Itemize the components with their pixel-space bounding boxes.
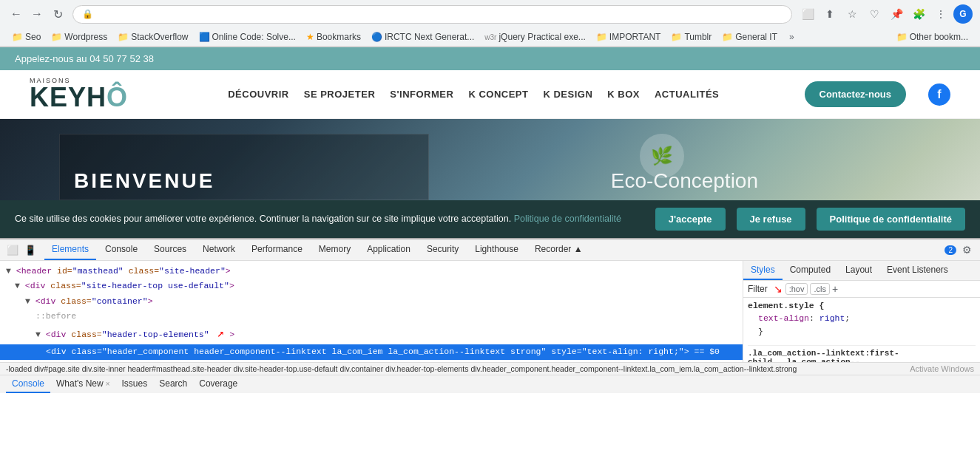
site-header: MAISONS KEYHÔ DÉCOUVRIR SE PROJETER S'IN… (0, 70, 980, 119)
cookie-refuse-button[interactable]: Je refuse (737, 208, 805, 231)
tab-network[interactable]: Network (195, 239, 243, 260)
activate-windows-text: Activate Windows (910, 364, 974, 373)
bookmark-bookmarks[interactable]: ★ Bookmarks (302, 30, 365, 44)
console-tab-search[interactable]: Search (153, 375, 193, 393)
nav-k-concept[interactable]: K CONCEPT (468, 89, 528, 100)
bookmark-general-it[interactable]: 📁 General IT (717, 30, 782, 44)
devtools-inspect-icon[interactable]: ⬜ (6, 243, 19, 256)
tab-security[interactable]: Security (419, 239, 466, 260)
styles-tab-event-listeners[interactable]: Event Listeners (879, 261, 956, 280)
cookie-accept-button[interactable]: J'accepte (655, 208, 726, 231)
nav-k-box[interactable]: K BOX (607, 89, 640, 100)
styles-selector-2: .la_com_action--linktext:first-child, .l… (748, 349, 976, 362)
styles-rule-linktext: .la_com_action--linktext:first-child, .l… (748, 349, 976, 362)
bookmark-online-code[interactable]: 🟦 Online Code: Solve... (195, 30, 300, 44)
site-hero: 🌿 BIENVENUE Eco-Conception (0, 119, 980, 200)
topbar-text: Appelez-nous au 04 50 77 52 38 (15, 53, 154, 64)
website-area: Appelez-nous au 04 50 77 52 38 MAISONS K… (0, 47, 980, 238)
star-icon: ★ (306, 32, 314, 42)
extension-icon[interactable]: 🧩 (909, 4, 928, 24)
profile-avatar[interactable]: G (953, 4, 973, 24)
cls-filter[interactable]: .cls (810, 283, 830, 295)
heart-icon[interactable]: ♡ (865, 4, 884, 24)
styles-tab-layout[interactable]: Layout (838, 261, 879, 280)
jquery-icon: w3r (484, 33, 496, 41)
forward-button[interactable]: → (28, 5, 46, 23)
devtools-tabs: ⬜ 📱 Elements Console Sources Network Per… (0, 239, 980, 261)
folder-icon: 📁 (12, 32, 23, 42)
bookmark-jquery[interactable]: w3r jQuery Practical exe... (480, 30, 590, 44)
devtools-settings-button[interactable]: ⚙ (959, 242, 974, 257)
dom-line[interactable]: ▼ <header id="masthead" class="site-head… (0, 264, 743, 279)
tab-sources[interactable]: Sources (146, 239, 194, 260)
devtools-breadcrumb: -loaded div#page.site div.site-inner hea… (0, 362, 980, 375)
back-button[interactable]: ← (7, 5, 25, 23)
dom-line[interactable]: ▼ <div class="container"> (0, 294, 743, 309)
styles-filter-right: :hov .cls + (785, 283, 838, 295)
dom-line-selected[interactable]: <div class="header_component header_comp… (0, 344, 743, 359)
bookmark-stackoverflow[interactable]: 📁 StackOverflow (113, 30, 192, 44)
styles-tab-styles[interactable]: Styles (743, 261, 783, 280)
online-code-icon: 🟦 (199, 32, 210, 42)
share-icon[interactable]: ⬆ (820, 4, 839, 24)
cookie-bar: Ce site utilise des cookies pour amélior… (0, 200, 980, 238)
bookmark-wordpress[interactable]: 📁 Wordpress (47, 30, 112, 44)
bookmark-other[interactable]: 📁 Other bookm... (892, 30, 973, 44)
cookie-text: Ce site utilise des cookies pour amélior… (15, 213, 644, 226)
add-filter-button[interactable]: + (832, 283, 838, 295)
styles-tab-computed[interactable]: Computed (783, 261, 838, 280)
nav-decouvrir[interactable]: DÉCOUVRIR (228, 89, 289, 100)
folder-icon: 📁 (722, 32, 733, 42)
styles-rule-element: element.style { text-align: right; } (748, 301, 976, 339)
tab-console[interactable]: Console (98, 239, 145, 260)
hov-filter[interactable]: :hov (785, 283, 808, 295)
bookmark-star-icon[interactable]: ☆ (842, 4, 862, 24)
dom-line[interactable]: ::before (0, 309, 743, 324)
styles-content: element.style { text-align: right; } .la… (743, 298, 980, 362)
hero-bienvenue-text: BIENVENUE (74, 169, 214, 193)
bookmarks-bar: 📁 Seo 📁 Wordpress 📁 StackOverflow 🟦 Onli… (0, 28, 980, 47)
tab-performance[interactable]: Performance (244, 239, 310, 260)
bookmark-tumblr[interactable]: 📁 Tumblr (666, 30, 716, 44)
nav-se-projeter[interactable]: SE PROJETER (304, 89, 376, 100)
close-icon[interactable]: × (106, 380, 110, 388)
console-tab-coverage[interactable]: Coverage (193, 375, 243, 393)
browser-toolbar: ← → ↻ 🔒 maisons-keyho.com ⬜ ⬆ ☆ ♡ 📌 🧩 ⋮ … (0, 0, 980, 28)
tab-application[interactable]: Application (359, 239, 418, 260)
nav-sinformer[interactable]: S'INFORMER (390, 89, 453, 100)
address-bar[interactable]: 🔒 maisons-keyho.com (72, 5, 792, 24)
devtools-badge: 2 (944, 245, 956, 255)
folder-icon: 📁 (896, 32, 908, 42)
dom-line[interactable]: ▼ <div class="site-header-top use-defaul… (0, 279, 743, 293)
pin-icon[interactable]: 📌 (887, 4, 906, 24)
console-tab-whats-new[interactable]: What's New × (50, 375, 115, 393)
reload-button[interactable]: ↻ (49, 5, 67, 23)
nav-k-design[interactable]: K DESIGN (543, 89, 592, 100)
screen-share-icon[interactable]: ⬜ (798, 4, 817, 24)
folder-icon: 📁 (596, 32, 607, 42)
contact-button[interactable]: Contactez-nous (805, 81, 907, 107)
tab-memory[interactable]: Memory (311, 239, 358, 260)
tab-recorder[interactable]: Recorder ▲ (527, 239, 590, 260)
dom-line[interactable]: ▼ <div class="header-top-elements" ↗ > (0, 324, 743, 345)
tab-lighthouse[interactable]: Lighthouse (467, 239, 526, 260)
nav-actualites[interactable]: ACTUALITÉS (655, 89, 719, 100)
devtools: ⬜ 📱 Elements Console Sources Network Per… (0, 238, 980, 393)
console-tab-console[interactable]: Console (6, 375, 50, 393)
tab-elements[interactable]: Elements (44, 239, 96, 260)
red-arrow-1: ↗ (217, 327, 225, 341)
irctc-icon: 🔵 (371, 32, 382, 42)
bookmark-seo[interactable]: 📁 Seo (7, 30, 45, 44)
devtools-device-icon[interactable]: 📱 (24, 243, 37, 256)
bookmarks-more-button[interactable]: » (785, 30, 799, 44)
menu-icon[interactable]: ⋮ (931, 4, 950, 24)
cookie-policy-link[interactable]: Politique de confidentialité (514, 214, 621, 224)
bookmark-important[interactable]: 📁 IMPORTANT (592, 30, 666, 44)
facebook-icon[interactable]: f (928, 84, 950, 106)
url-input[interactable]: maisons-keyho.com (98, 9, 783, 20)
cookie-policy-button[interactable]: Politique de confidentialité (817, 208, 965, 231)
console-tab-issues[interactable]: Issues (116, 375, 154, 393)
bookmark-irctc[interactable]: 🔵 IRCTC Next Generat... (367, 30, 479, 44)
site-logo: MAISONS KEYHÔ (30, 78, 128, 111)
styles-tabs: Styles Computed Layout Event Listeners (743, 261, 980, 281)
